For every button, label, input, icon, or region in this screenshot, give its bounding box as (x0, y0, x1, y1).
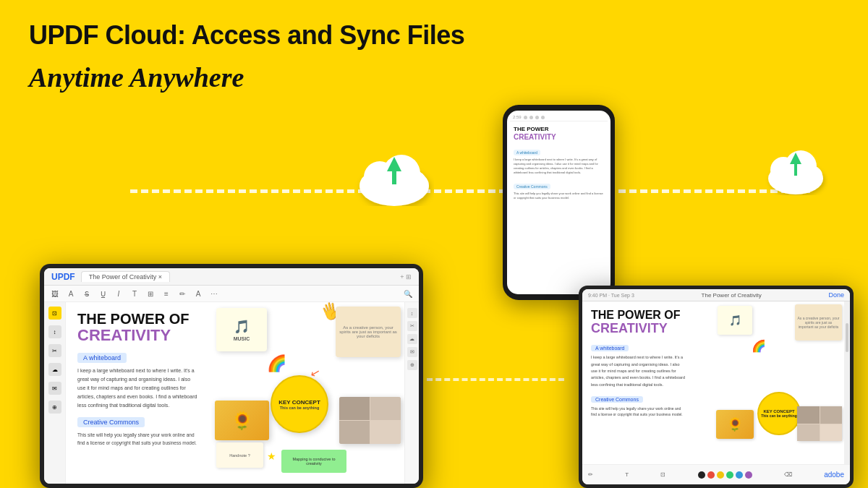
mini-tool-2[interactable]: ✂ (407, 321, 417, 331)
rainbow-emoji: 🌈 (267, 354, 286, 373)
rt-rainbow: 🌈 (752, 339, 766, 353)
dashed-line-main (130, 189, 810, 193)
phone-content: THE POWER CREATIVITY A whiteboard I keep… (510, 124, 608, 205)
doc-whiteboard-badge: A whiteboard (77, 353, 127, 363)
tablet-decorative-content: 🎵 MUSIC 🌈 🖐 As a creative person, your s… (209, 302, 404, 484)
rt-body-text: I keep a large whiteboard next to where … (591, 354, 685, 388)
beige-sticky: As a creative person, your spirits are j… (336, 307, 401, 357)
color-dot-blue[interactable] (736, 471, 743, 479)
rt-photo-yellow: 🌻 (716, 410, 754, 439)
photo-collage (339, 397, 401, 444)
tablet-main-content: THE POWER OF CREATIVITY A whiteboard I k… (66, 302, 209, 484)
doc-cc-badge: Creative Commons (77, 417, 145, 427)
tablet-toolbar: 🖼 A S̶ U̲ I T ⊞ ≡ ✏ A ⋯ 🔍 (44, 286, 419, 302)
color-dot-yellow[interactable] (717, 471, 724, 479)
music-sticky: 🎵 MUSIC (216, 308, 267, 351)
sidebar-tool-2[interactable]: ↕ (48, 325, 61, 338)
doc-body-text: I keep a large whiteboard next to where … (77, 367, 197, 409)
cloud-right-icon (763, 141, 828, 195)
tablet-right-screen: 9:40 PM · Tue Sep 3 The Power of Creativ… (582, 289, 850, 484)
phone-whiteboard-badge: A whiteboard (514, 150, 540, 155)
key-concept-title: KEY CONCEPT (278, 399, 320, 406)
phone-body-text: I keep a large whiteboard next to where … (514, 158, 604, 175)
sidebar-tool-1[interactable]: ⊡ (48, 307, 61, 320)
mini-tools-panel: ↕ ✂ ☁ ✉ ⊕ (404, 302, 419, 484)
text-icon[interactable]: T (129, 288, 140, 299)
rt-tool-shape[interactable]: ⊡ (660, 471, 665, 478)
rt-whiteboard-badge: A whiteboard (591, 345, 629, 351)
photo-sunflower: 🌻 (215, 401, 269, 440)
doc-title-power: THE POWER OF (77, 311, 197, 327)
highlight-icon[interactable]: A (193, 288, 203, 299)
table-icon[interactable]: ⊞ (145, 288, 156, 299)
mini-tool-3[interactable]: ☁ (407, 334, 417, 344)
mini-tool-1[interactable]: ↕ (407, 308, 417, 318)
strike-icon[interactable]: S̶ (82, 288, 92, 299)
tablet-right: 9:40 PM · Tue Sep 3 The Power of Creativ… (579, 286, 854, 488)
phone-screen: 2:59 THE POWER CREATIVITY A whiteboard I… (507, 111, 610, 294)
color-dots (698, 471, 752, 479)
phone-toolbar: 2:59 (510, 114, 608, 121)
rt-key-concept: KEY CONCEPT This can be anything (757, 392, 801, 435)
key-concept-bubble: KEY CONCEPT This can be anything (271, 375, 328, 433)
image-icon[interactable]: 🖼 (50, 288, 60, 299)
tablet-tab[interactable]: The Power of Creativity × (81, 271, 170, 282)
rt-scrollbar[interactable] (844, 301, 850, 464)
doc-title-creativity: CREATIVITY (77, 327, 197, 344)
tablet-left: UPDF The Power of Creativity × + ⊞ 🖼 A S… (40, 264, 423, 488)
tablet-body: ⊡ ↕ ✂ ☁ ✉ ⊕ THE POWER OF CREATIVITY A wh… (44, 302, 419, 484)
sidebar-tool-5[interactable]: ✉ (48, 382, 61, 395)
italic-icon[interactable]: I (114, 288, 124, 299)
rt-time: 9:40 PM · Tue Sep 3 (588, 293, 634, 298)
handnote-sticky: Handnote ? (216, 442, 263, 468)
phone-creativity: CREATIVITY (514, 133, 604, 142)
color-dot-green[interactable] (726, 471, 733, 479)
key-concept-sub: This can be anything (280, 406, 320, 410)
svg-point-8 (799, 166, 822, 186)
color-dot-purple[interactable] (745, 471, 752, 479)
rt-tool-more[interactable]: adobe (824, 471, 844, 479)
header-title: UPDF Cloud: Access and Sync Files (29, 20, 464, 51)
cloud-center-icon (354, 141, 434, 206)
zoom-icon[interactable]: 🔍 (403, 288, 413, 299)
mini-tool-4[interactable]: ✉ (407, 347, 417, 357)
star-icon: ★ (267, 450, 276, 462)
rt-tool-text[interactable]: T (625, 471, 629, 478)
color-dot-black[interactable] (698, 471, 705, 479)
rt-footer-text: This site will help you legally share yo… (591, 406, 685, 417)
sidebar-tool-6[interactable]: ⊕ (48, 401, 61, 414)
rt-scroll-thumb[interactable] (846, 323, 848, 352)
sidebar-tool-4[interactable]: ☁ (48, 363, 61, 376)
tablet-titlebar: UPDF The Power of Creativity × + ⊞ (44, 268, 419, 286)
svg-point-3 (398, 170, 427, 196)
music-icon: 🎵 (234, 319, 250, 335)
rt-done-button[interactable]: Done (828, 291, 844, 299)
rt-doc-title: The Power of Creativity (702, 292, 762, 299)
rt-tool-pen[interactable]: ✏ (588, 471, 593, 478)
rt-bottom-toolbar: ✏ T ⊡ ⌫ adobe (582, 464, 850, 484)
more-icon[interactable]: ⋯ (209, 288, 219, 299)
rt-doc-creativity: CREATIVITY (591, 322, 705, 336)
dashed-bottom-line (427, 378, 564, 381)
draw-icon[interactable]: ✏ (177, 288, 187, 299)
tablet-left-screen: UPDF The Power of Creativity × + ⊞ 🖼 A S… (44, 268, 419, 484)
rt-titlebar: 9:40 PM · Tue Sep 3 The Power of Creativ… (582, 289, 850, 301)
underline-icon[interactable]: U̲ (98, 288, 108, 299)
rt-doc-power: THE POWER OF (591, 309, 705, 322)
list-icon[interactable]: ≡ (161, 288, 171, 299)
rt-body: THE POWER OF CREATIVITY A whiteboard I k… (582, 301, 850, 464)
rt-tool-eraser[interactable]: ⌫ (784, 471, 792, 478)
rt-decorative: 🎵 🌈 As a creative person, your spirits a… (714, 301, 844, 464)
rt-beige-sticky: As a creative person, your spirits are j… (795, 304, 842, 341)
sidebar-tool-3[interactable]: ✂ (48, 344, 61, 357)
tablet-logo: UPDF (51, 272, 75, 282)
phone-doc-power: THE POWER (514, 126, 604, 133)
phone-cc-badge: Creative Commons (514, 184, 550, 189)
phone-mockup: 2:59 THE POWER CREATIVITY A whiteboard I… (503, 105, 615, 300)
font-icon[interactable]: A (66, 288, 76, 299)
mapping-sticky: Mapping is conducive to creativity (281, 450, 346, 473)
doc-footer-text: This site will help you legally share yo… (77, 431, 197, 447)
rt-music-sticky: 🎵 (718, 306, 752, 335)
mini-tool-5[interactable]: ⊕ (407, 360, 417, 370)
color-dot-red[interactable] (707, 471, 715, 479)
